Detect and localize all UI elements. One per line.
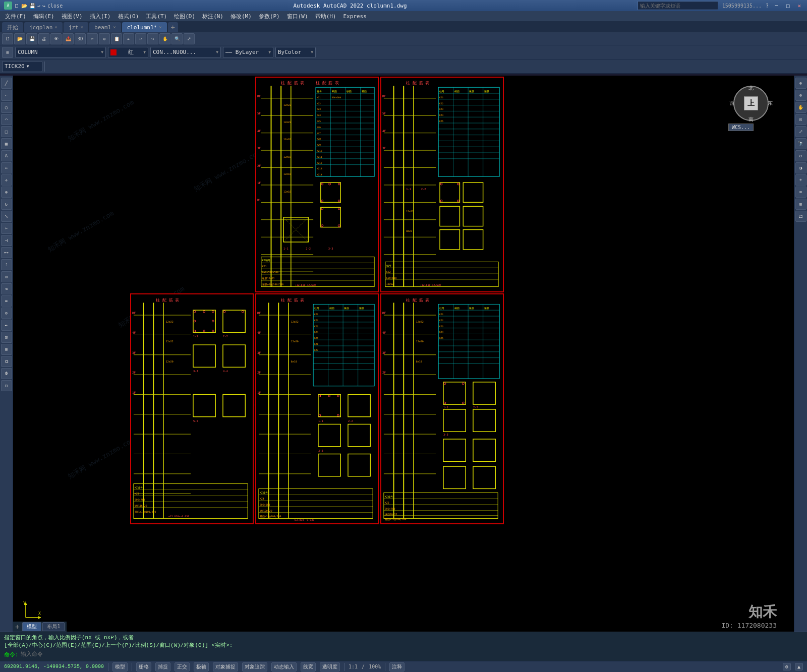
pan-button[interactable]: ✋ (159, 33, 170, 44)
undo-button[interactable]: ↩ (135, 33, 146, 44)
modify-copy-button[interactable]: ⊕ (1, 187, 12, 198)
menu-item-p[interactable]: 参数(P) (256, 12, 283, 21)
draw-line-button[interactable]: ╱ (1, 78, 12, 89)
settings-button[interactable]: ⚙ (783, 663, 791, 670)
table-button[interactable]: ⊟ (1, 380, 12, 391)
annotation-button[interactable]: 注释 (389, 662, 405, 671)
draw-text-button[interactable]: A (1, 150, 12, 161)
layout1-tab[interactable]: 布局1 (42, 622, 65, 631)
zoom-button[interactable]: 🔍 (171, 33, 183, 44)
view-named-views[interactable]: 🔭 (795, 138, 806, 149)
properties-button[interactable]: ≡ (1, 295, 12, 307)
tab-close-icon[interactable]: × (81, 25, 83, 30)
minimize-status-button[interactable]: ▲ (795, 663, 803, 670)
field-button[interactable]: Ф (1, 368, 12, 379)
draw-circle-button[interactable]: ○ (1, 102, 12, 113)
preview-button[interactable]: 👁 (50, 33, 62, 44)
quick-access-redo[interactable]: ↪ (42, 3, 45, 9)
canvas-area[interactable]: 知禾网 www.znzmo.com 知禾网 www.znzmo.com 知禾网 … (13, 76, 794, 632)
snap-mode-dropdown[interactable]: TICK20 ▼ (2, 61, 42, 72)
view-3d-orbit[interactable]: ↺ (795, 150, 806, 161)
zoomextent-button[interactable]: ⤢ (184, 33, 195, 44)
modify-rotate-button[interactable]: ↻ (1, 199, 12, 210)
modify-trim-button[interactable]: ✂ (1, 223, 12, 234)
menu-item-t[interactable]: 工具(T) (143, 12, 170, 21)
maximize-icon[interactable]: □ (784, 3, 792, 9)
lineweight-status-button[interactable]: 线宽 (301, 662, 316, 671)
model-tab-active[interactable]: 模型 (22, 622, 41, 631)
lineweight-dropdown[interactable]: —— ByLayer ▼ (223, 47, 273, 58)
block-button[interactable]: ⊡ (1, 332, 12, 343)
model-space-button[interactable]: 模型 (112, 662, 128, 671)
command-input[interactable] (21, 651, 803, 657)
close-icon[interactable]: ✕ (795, 3, 803, 9)
help-icon[interactable]: ? (766, 3, 769, 9)
insert-block-button[interactable]: ⊞ (1, 344, 12, 355)
menu-item-e[interactable]: 编辑(E) (30, 12, 57, 21)
menu-item-o[interactable]: 格式(O) (115, 12, 142, 21)
tab-add-button[interactable]: + (168, 22, 178, 32)
copy-button[interactable]: ⊕ (99, 33, 110, 44)
view-visual-style[interactable]: ◑ (795, 162, 806, 173)
menu-item-d[interactable]: 绘图(D) (171, 12, 198, 21)
view-render[interactable]: ☀ (795, 174, 806, 186)
redo-button[interactable]: ↪ (147, 33, 158, 44)
menu-item-express[interactable]: Express (340, 13, 370, 20)
open-button[interactable]: 📂 (14, 33, 25, 44)
tab-close-icon[interactable]: × (113, 25, 116, 30)
3d-button[interactable]: 3D (75, 33, 86, 44)
tab-beam1[interactable]: beam1× (89, 22, 121, 32)
draw-polyline-button[interactable]: ⌐ (1, 90, 12, 101)
cut-button[interactable]: ✂ (87, 33, 98, 44)
tab-close-icon[interactable]: × (159, 25, 161, 30)
layer-button[interactable]: ⊜ (1, 308, 12, 319)
tab-add-icon[interactable]: + (15, 623, 19, 631)
color-dropdown[interactable]: 红 ▼ (108, 47, 148, 58)
save-button[interactable]: 💾 (26, 33, 37, 44)
menu-item-v[interactable]: 视图(V) (59, 12, 86, 21)
menu-item-w[interactable]: 窗口(W) (284, 12, 311, 21)
modify-move-button[interactable]: ✛ (1, 174, 12, 186)
layer-dropdown[interactable]: COLUMN ▼ (15, 47, 106, 58)
draw-rect-button[interactable]: □ (1, 126, 12, 137)
layer-manager-button[interactable]: ⊞ (2, 47, 13, 58)
snap-button[interactable]: 捕捉 (155, 662, 170, 671)
polar-button[interactable]: 极轴 (194, 662, 209, 671)
menu-item-h[interactable]: 帮助(H) (312, 12, 339, 21)
plotstyle-dropdown[interactable]: ByColor ▼ (275, 47, 316, 58)
transparency-button[interactable]: 透明度 (320, 662, 340, 671)
match-prop-button[interactable]: ✒ (1, 320, 12, 331)
properties-palette[interactable]: ≡ (795, 187, 806, 198)
modify-offset-button[interactable]: ⫶ (1, 259, 12, 270)
osnap-button[interactable]: 对象捕捉 (213, 662, 238, 671)
xref-button[interactable]: ⧉ (1, 356, 12, 367)
search-input[interactable] (638, 1, 718, 10)
tab-jzt[interactable]: jzt× (64, 22, 88, 32)
view-zoom-window[interactable]: ⊡ (795, 114, 806, 125)
quick-access-save[interactable]: 💾 (29, 3, 35, 9)
menu-item-m[interactable]: 修改(M) (227, 12, 255, 21)
paste-button[interactable]: 📋 (111, 33, 122, 44)
view-pan[interactable]: ✋ (795, 102, 806, 113)
draw-hatch-button[interactable]: ▦ (1, 138, 12, 149)
draw-dim-button[interactable]: ↔ (1, 162, 12, 173)
new-button[interactable]: 🗋 (2, 33, 13, 44)
share-button[interactable]: close (47, 3, 63, 9)
publish-button[interactable]: 📤 (63, 33, 74, 44)
menu-item-n[interactable]: 标注(N) (199, 12, 226, 21)
grid-button[interactable]: 栅格 (136, 662, 151, 671)
menu-item-f[interactable]: 文件(F) (2, 12, 29, 21)
minimize-icon[interactable]: ─ (773, 3, 780, 9)
wcs-button[interactable]: WCS... (728, 124, 754, 131)
quick-access-undo[interactable]: ↩ (37, 3, 40, 9)
modify-scale-button[interactable]: ⤡ (1, 211, 12, 222)
linetype-dropdown[interactable]: CON...NUOU... ▼ (150, 47, 221, 58)
modify-mirror-button[interactable]: ⊷ (1, 247, 12, 258)
ducs-button[interactable]: 动态输入 (271, 662, 297, 671)
design-center[interactable]: 🗂 (795, 211, 806, 222)
ortho-button[interactable]: 正交 (175, 662, 190, 671)
matchprop-button[interactable]: ✒ (123, 33, 134, 44)
tab-jcgplan[interactable]: jcgplan× (24, 22, 63, 32)
otrack-button[interactable]: 对象追踪 (242, 662, 267, 671)
modify-erase-button[interactable]: ⌫ (1, 283, 12, 294)
